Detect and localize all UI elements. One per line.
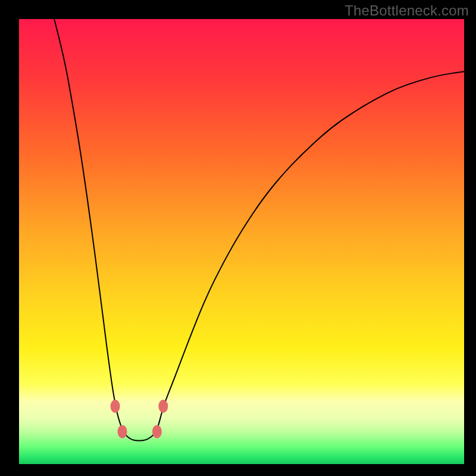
curve-marker [118, 425, 127, 438]
plot-area [19, 19, 464, 464]
chart-frame: TheBottleneck.com [0, 0, 476, 476]
curve-layer [19, 19, 464, 464]
curve-marker [111, 400, 120, 413]
curve-marker [158, 400, 168, 413]
attribution-text: TheBottleneck.com [345, 2, 469, 19]
bottleneck-curve [54, 19, 464, 441]
curve-marker [152, 425, 162, 438]
